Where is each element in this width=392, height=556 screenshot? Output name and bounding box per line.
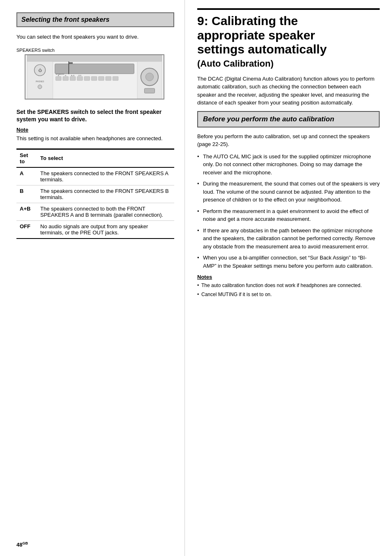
svg-rect-12 [91, 76, 97, 81]
table-row: OFFNo audio signals are output from any … [16, 220, 174, 239]
bullet-item: If there are any obstacles in the path b… [197, 227, 380, 251]
table-cell-set-to: A [16, 167, 37, 185]
diagram-area: SPEAKERS switch ⏻ PHONES [16, 48, 174, 101]
right-section-box: Before you perform the auto calibration [197, 111, 380, 127]
svg-rect-11 [84, 76, 90, 81]
right-column: 9: Calibrating theappropriate speakerset… [185, 0, 392, 556]
settings-table: Set to To select AThe speakers connected… [16, 148, 174, 239]
chapter-heading: 9: Calibrating theappropriate speakerset… [197, 8, 380, 69]
note-item: Cancel MUTING if it is set to on. [197, 291, 380, 298]
bullet-item: The AUTO CAL MIC jack is used for the su… [197, 153, 380, 177]
svg-rect-24 [144, 88, 154, 93]
svg-rect-15 [113, 76, 118, 81]
chapter-title: 9: Calibrating theappropriate speakerset… [197, 14, 380, 57]
svg-rect-14 [106, 76, 111, 81]
svg-rect-10 [77, 76, 83, 81]
left-section-title-text: Selecting the front speakers [21, 16, 109, 23]
note-text: This setting is not available when headp… [16, 134, 174, 143]
chapter-title-text: Calibrating theappropriate speakersettin… [197, 14, 327, 56]
device-diagram: ⏻ PHONES A B A+B OFF [25, 54, 164, 100]
svg-rect-13 [99, 76, 104, 81]
table-row: A+BThe speakers connected to both the FR… [16, 203, 174, 220]
svg-rect-6 [55, 64, 134, 74]
notes-section: Notes The auto calibration function does… [197, 274, 380, 298]
table-cell-set-to: A+B [16, 203, 37, 220]
table-col1-header: Set to [16, 149, 37, 167]
right-intro: The DCAC (Digital Cinema Auto Calibratio… [197, 75, 380, 107]
table-cell-to-select: The speakers connected to both the FRONT… [37, 203, 174, 220]
left-intro: You can select the front speakers you wa… [16, 33, 174, 41]
svg-rect-9 [70, 76, 75, 81]
svg-text:⏻: ⏻ [38, 68, 42, 72]
svg-rect-0 [27, 55, 162, 61]
note-item: The auto calibration function does not w… [197, 282, 380, 289]
chapter-subtitle: (Auto Calibration) [197, 58, 380, 69]
table-col2-header: To select [37, 149, 174, 167]
bullet-item: When you use a bi-amplifier connection, … [197, 254, 380, 270]
table-cell-to-select: The speakers connected to the FRONT SPEA… [37, 185, 174, 203]
left-section-title: Selecting the front speakers [16, 12, 174, 27]
svg-text:A+B: A+B [71, 74, 74, 76]
svg-text:SPEAKERS: SPEAKERS [56, 74, 65, 75]
svg-text:OFF: OFF [78, 74, 82, 76]
note-heading: Note [16, 127, 174, 133]
table-cell-to-select: The speakers connected to the FRONT SPEA… [37, 167, 174, 185]
svg-text:PHONES: PHONES [36, 80, 44, 82]
table-row: AThe speakers connected to the FRONT SPE… [16, 167, 174, 185]
notes-list: The auto calibration function does not w… [197, 282, 380, 298]
chapter-number: 9: [197, 14, 208, 28]
page-number: 48GB [16, 541, 28, 548]
svg-point-23 [145, 73, 153, 81]
diagram-label: SPEAKERS switch [16, 48, 174, 53]
svg-marker-25 [69, 62, 73, 64]
svg-rect-8 [63, 76, 68, 81]
bold-instruction: Set the SPEAKERS switch to select the fr… [16, 108, 174, 124]
table-cell-to-select: No audio signals are output from any spe… [37, 220, 174, 239]
section-intro: Before you perform the auto calibration,… [197, 132, 380, 148]
svg-rect-7 [56, 76, 61, 81]
table-cell-set-to: OFF [16, 220, 37, 239]
note-section: Note This setting is not available when … [16, 127, 174, 143]
svg-text:B: B [65, 74, 66, 76]
left-column: Selecting the front speakers You can sel… [0, 0, 185, 556]
bullet-list: The AUTO CAL MIC jack is used for the su… [197, 153, 380, 270]
notes-heading: Notes [197, 274, 380, 280]
table-cell-set-to: B [16, 185, 37, 203]
table-row: BThe speakers connected to the FRONT SPE… [16, 185, 174, 203]
svg-point-5 [38, 85, 42, 89]
bullet-item: Perform the measurement in a quiet envir… [197, 207, 380, 223]
right-section-heading: Before you perform the auto calibration [203, 115, 374, 123]
bullet-item: During the measurement, the sound that c… [197, 180, 380, 204]
